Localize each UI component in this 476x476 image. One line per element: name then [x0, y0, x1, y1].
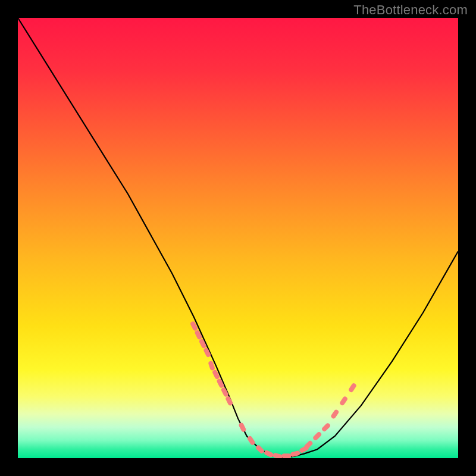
chart-frame: TheBottleneck.com	[0, 0, 476, 476]
plot-svg	[18, 18, 458, 458]
gradient-background	[18, 18, 458, 458]
plot-area	[18, 18, 458, 458]
watermark-text: TheBottleneck.com	[353, 2, 468, 18]
marker-point	[281, 453, 291, 458]
